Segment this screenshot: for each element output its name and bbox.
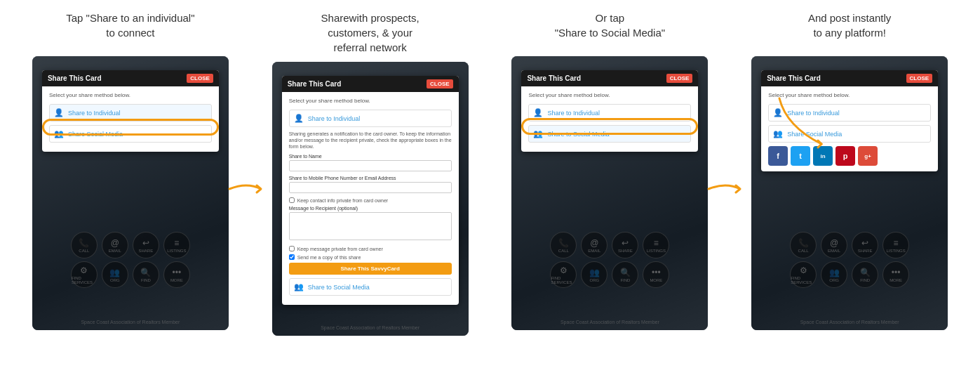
modal-header-4: Share This Card CLOSE xyxy=(761,70,938,86)
caption-1: Tap "Share to an individual"to connect xyxy=(66,7,194,49)
column-3: Or tap"Share to Social Media" 📞CALL @EMA… xyxy=(494,7,727,373)
share-individual-label-3: Share to Individual xyxy=(547,110,600,117)
close-button-4[interactable]: CLOSE xyxy=(906,74,933,83)
share-social-label-1: Share Social Media xyxy=(68,131,123,138)
phone-mockup-1: 📞CALL @EMAIL ↩SHARE ≡LISTINGS ⚙FIND SERV… xyxy=(32,56,229,330)
share-individual-option-1[interactable]: 👤 Share to Individual xyxy=(49,104,212,122)
modal-title-3: Share This Card xyxy=(527,74,581,82)
main-container: Tap "Share to an individual"to connect 📞… xyxy=(0,0,980,380)
share-social-option-4[interactable]: 👥 Share Social Media xyxy=(768,125,931,143)
form-group-message: Message to Recipient (optional) xyxy=(289,206,452,242)
share-social-label-2: Share to Social Media xyxy=(308,284,370,291)
person-icon-social-1: 👥 xyxy=(54,129,64,138)
modal-body-2: Select your share method below. 👤 Share … xyxy=(282,92,459,305)
message-textarea[interactable] xyxy=(289,212,452,240)
modal-body-3: Select your share method below. 👤 Share … xyxy=(521,86,698,152)
share-modal-1: Share This Card CLOSE Select your share … xyxy=(42,70,219,152)
modal-header-2: Share This Card CLOSE xyxy=(282,76,459,92)
phone-input[interactable] xyxy=(289,182,452,193)
message-label: Message to Recipient (optional) xyxy=(289,206,452,211)
twitter-icon[interactable]: t xyxy=(791,146,810,166)
pinterest-icon[interactable]: p xyxy=(835,146,855,166)
modal-subtitle-3: Select your share method below. xyxy=(528,92,691,98)
person-icon-3: 👤 xyxy=(533,108,543,117)
share-savvycard-button[interactable]: Share This SavvyCard xyxy=(289,263,452,275)
share-individual-label-2: Share to Individual xyxy=(308,115,361,122)
keep-msg-checkbox[interactable] xyxy=(289,246,295,251)
form-group-phone: Share to Mobile Phone Number or Email Ad… xyxy=(289,176,452,193)
close-button-2[interactable]: CLOSE xyxy=(427,79,453,89)
share-social-option-1[interactable]: 👥 Share Social Media xyxy=(49,125,212,143)
share-individual-option-4[interactable]: 👤 Share to Individual xyxy=(768,104,931,122)
person-icon-social-2: 👥 xyxy=(294,282,304,291)
modal-header-1: Share This Card CLOSE xyxy=(42,70,219,86)
close-button-3[interactable]: CLOSE xyxy=(666,74,693,83)
keep-private-checkbox[interactable] xyxy=(289,197,295,203)
caption-2: Sharewith prospects,customers, & yourref… xyxy=(321,7,419,55)
keep-private-row: Keep contact info private from card owne… xyxy=(289,197,452,203)
modal-body-1: Select your share method below. 👤 Share … xyxy=(42,86,219,152)
form-group-name: Share to Name xyxy=(289,154,452,171)
name-label: Share to Name xyxy=(289,154,452,159)
keep-msg-private-row: Keep message private from card owner xyxy=(289,246,452,251)
person-icon-social-3: 👥 xyxy=(533,129,543,138)
linkedin-icon[interactable]: in xyxy=(813,146,833,166)
keep-msg-label: Keep message private from card owner xyxy=(297,247,383,251)
modal-body-4: Select your share method below. 👤 Share … xyxy=(761,86,938,171)
modal-title-2: Share This Card xyxy=(288,80,342,88)
share-modal-3: Share This Card CLOSE Select your share … xyxy=(521,70,698,152)
send-copy-row: Send me a copy of this share xyxy=(289,254,452,260)
send-copy-label: Send me a copy of this share xyxy=(297,255,361,260)
column-1: Tap "Share to an individual"to connect 📞… xyxy=(14,7,247,373)
person-icon-4: 👤 xyxy=(773,108,783,117)
caption-3: Or tap"Share to Social Media" xyxy=(555,7,665,49)
caption-4: And post instantlyto any platform! xyxy=(808,7,891,49)
modal-title-1: Share This Card xyxy=(48,74,102,82)
modal-subtitle-1: Select your share method below. xyxy=(49,92,212,98)
facebook-icon[interactable]: f xyxy=(768,146,788,166)
send-copy-checkbox[interactable] xyxy=(289,254,295,260)
share-social-option-2[interactable]: 👥 Share to Social Media xyxy=(289,278,452,296)
share-social-label-3: Share to Social Media xyxy=(547,131,609,138)
phone-label: Share to Mobile Phone Number or Email Ad… xyxy=(289,176,452,181)
share-info-text: Sharing generates a notification to the … xyxy=(289,131,452,150)
modal-title-4: Share This Card xyxy=(767,74,821,82)
share-social-option-3[interactable]: 👥 Share to Social Media xyxy=(528,125,691,143)
keep-private-label: Keep contact info private from card owne… xyxy=(297,198,389,203)
column-4: And post instantlyto any platform! 📞CALL… xyxy=(733,7,966,373)
share-individual-option-3[interactable]: 👤 Share to Individual xyxy=(528,104,691,122)
person-icon-social-4: 👥 xyxy=(773,129,783,138)
column-2: Sharewith prospects,customers, & yourref… xyxy=(254,7,487,373)
modal-subtitle-4: Select your share method below. xyxy=(768,92,931,98)
person-icon-2: 👤 xyxy=(294,114,304,123)
share-social-label-4: Share Social Media xyxy=(787,131,842,138)
phone-mockup-4: 📞CALL @EMAIL ↩SHARE ≡LISTINGS ⚙FIND SERV… xyxy=(751,56,948,330)
share-modal-4: Share This Card CLOSE Select your share … xyxy=(761,70,938,171)
phone-mockup-3: 📞CALL @EMAIL ↩SHARE ≡LISTINGS ⚙FIND SERV… xyxy=(511,56,708,330)
share-modal-2: Share This Card CLOSE Select your share … xyxy=(282,76,459,305)
person-icon-1: 👤 xyxy=(54,108,64,117)
modal-header-3: Share This Card CLOSE xyxy=(521,70,698,86)
modal-subtitle-2: Select your share method below. xyxy=(289,98,452,104)
googleplus-icon[interactable]: g+ xyxy=(858,146,878,166)
phone-mockup-2: 📞CALL @EMAIL ↩SHARE ≡LISTINGS ⚙FIND SERV… xyxy=(272,62,469,336)
close-button-1[interactable]: CLOSE xyxy=(187,74,213,83)
share-individual-label-4: Share to Individual xyxy=(787,110,840,117)
share-individual-label-1: Share to Individual xyxy=(68,110,121,117)
name-input[interactable] xyxy=(289,160,452,171)
share-individual-option-2[interactable]: 👤 Share to Individual xyxy=(289,110,452,127)
social-icons-row: f t in p g+ xyxy=(768,146,931,166)
